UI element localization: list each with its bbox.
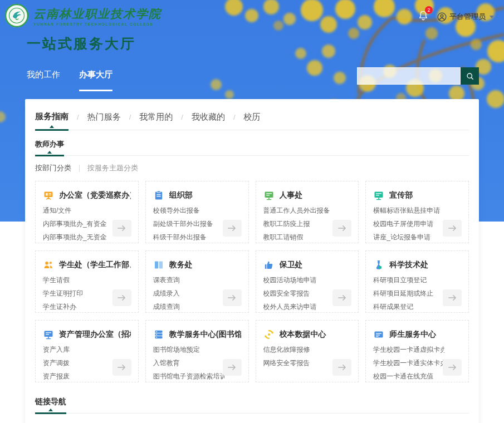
service-link[interactable]: 图书馆场地预定 <box>153 345 224 355</box>
service-link[interactable]: 图书馆电子资源检索培训 <box>153 372 224 381</box>
department-more-button[interactable] <box>443 220 462 237</box>
service-tab-2[interactable]: 我常用的 <box>139 112 173 130</box>
department-title: 学生处（学生工作部、... <box>59 260 131 270</box>
clipboard-icon <box>153 190 164 201</box>
department-title: 校本数据中心 <box>280 329 326 340</box>
service-link[interactable]: 学生请假 <box>43 276 114 285</box>
service-link[interactable]: 讲座_论坛报备申请 <box>373 233 444 242</box>
arrow-right-icon <box>118 294 126 301</box>
service-link[interactable]: 信息化故障报修 <box>263 345 335 355</box>
service-link[interactable]: 学生证补办 <box>43 302 114 312</box>
service-link[interactable]: 教职工请销假 <box>263 233 335 242</box>
service-link[interactable]: 课表查询 <box>153 276 224 285</box>
user-menu[interactable]: 平台管理员 <box>437 12 494 22</box>
department-card: 保卫处 校园活动场地申请校园安全零报告校外人员来访申请 <box>256 250 359 313</box>
department-title: 人事处 <box>280 190 303 200</box>
sync-icon <box>263 329 275 340</box>
flask-icon <box>373 259 384 270</box>
chevron-down-icon <box>490 16 494 18</box>
service-link[interactable]: 教职工防疫上报 <box>263 219 335 229</box>
service-link[interactable]: 校外人员来访申请 <box>263 302 335 312</box>
department-card-header: 学生处（学生工作部、... <box>43 259 131 270</box>
service-link[interactable]: 科研成果登记 <box>373 302 444 312</box>
service-link[interactable]: 学生校园一卡通实体卡办... <box>373 358 444 368</box>
service-link[interactable]: 入馆教育 <box>153 358 224 368</box>
service-link[interactable]: 科研项目立项登记 <box>373 276 444 285</box>
department-card-header: 科学技术处 <box>373 259 461 270</box>
tab-separator: / <box>233 113 236 129</box>
department-more-button[interactable] <box>443 289 462 306</box>
service-link[interactable]: 资产报废 <box>43 372 114 381</box>
department-more-button[interactable] <box>112 220 131 237</box>
department-card: 组织部 校领导外出报备副处级干部外出报备科级干部外出报备 <box>145 181 249 243</box>
school-logo-link[interactable]: 云南林业职业技术学院 YUNNAN FORESTRY TECHNOLOGICAL… <box>4 3 162 28</box>
service-link[interactable]: 学生校园一卡通虚拟卡办... <box>373 345 444 355</box>
service-link[interactable]: 普通工作人员外出报备 <box>263 206 335 215</box>
tab-teacher-services[interactable]: 教师办事 <box>35 139 64 156</box>
service-link[interactable]: 科研项目延期或终止 <box>373 289 444 298</box>
presentation-icon <box>43 190 54 201</box>
department-card-header: 宣传部 <box>373 190 461 201</box>
department-more-button[interactable] <box>112 359 131 376</box>
service-tabs: 服务指南/热门服务/我常用的/我收藏的/校历 <box>35 111 469 130</box>
service-link[interactable]: 资产入库 <box>43 345 114 355</box>
tab-separator: / <box>77 113 79 129</box>
service-link[interactable]: 校园活动场地申请 <box>263 276 335 285</box>
department-card-header: 人事处 <box>263 190 351 201</box>
notification-count-badge: 2 <box>425 6 433 14</box>
service-tab-4[interactable]: 校历 <box>244 112 261 130</box>
department-title: 教务处 <box>169 260 193 270</box>
top-right-actions: 2 平台管理员 <box>418 3 494 23</box>
service-link[interactable]: 成绩查询 <box>153 302 224 312</box>
department-more-button[interactable] <box>332 359 351 376</box>
tab-service-hall[interactable]: 办事大厅 <box>79 70 112 91</box>
filter-by-department[interactable]: 按部门分类 <box>35 163 71 173</box>
department-more-button[interactable] <box>443 359 462 376</box>
department-more-button[interactable] <box>223 359 242 376</box>
department-title: 宣传部 <box>389 190 413 200</box>
tab-separator: / <box>129 113 131 129</box>
department-more-button[interactable] <box>223 220 242 237</box>
notifications-button[interactable]: 2 <box>418 10 428 23</box>
department-card: 师生服务中心 学生校园一卡通虚拟卡办...学生校园一卡通实体卡办...校园一卡通… <box>365 320 469 382</box>
service-link[interactable]: 成绩录入 <box>153 289 224 298</box>
search-input[interactable] <box>357 67 461 85</box>
tab-my-work[interactable]: 我的工作 <box>27 70 60 91</box>
department-title: 组织部 <box>169 190 193 200</box>
arrow-right-icon <box>338 294 346 301</box>
department-more-button[interactable] <box>332 220 351 237</box>
department-more-button[interactable] <box>223 289 242 306</box>
department-title: 保卫处 <box>280 260 303 270</box>
department-card: 校本数据中心 信息化故障报修网络安全零报告 <box>256 320 359 382</box>
service-link[interactable]: 网络安全零报告 <box>263 358 335 368</box>
service-link[interactable]: 校领导外出报备 <box>153 206 224 215</box>
search-button[interactable] <box>461 67 479 85</box>
department-card: 人事处 普通工作人员外出报备教职工防疫上报教职工请销假 <box>256 181 359 243</box>
service-link[interactable]: 横幅标语张贴悬挂申请 <box>373 206 444 215</box>
service-link[interactable]: 科级干部外出报备 <box>153 233 224 242</box>
department-card: 办公室（党委巡察办） 通知/文件内部事项批办_有资金内部事项批办_无资金 <box>35 181 139 243</box>
department-more-button[interactable] <box>112 289 131 306</box>
service-link[interactable]: 资产调拨 <box>43 358 114 368</box>
arrow-right-icon <box>448 364 457 371</box>
service-link[interactable]: 通知/文件 <box>43 206 114 215</box>
service-link[interactable]: 内部事项批办_有资金 <box>43 219 114 229</box>
service-tab-1[interactable]: 热门服务 <box>87 112 121 130</box>
filter-row: 按部门分类 按服务主题分类 <box>35 163 469 173</box>
service-link[interactable]: 副处级干部外出报备 <box>153 219 224 229</box>
department-card: 学生处（学生工作部、... 学生请假学生证明打印学生证补办 <box>35 250 139 313</box>
user-avatar-icon <box>437 12 447 22</box>
service-link[interactable]: 校园一卡通在线充值 <box>373 372 444 381</box>
service-tab-0[interactable]: 服务指南 <box>35 111 68 131</box>
department-more-button[interactable] <box>332 289 351 306</box>
hand-icon <box>263 259 275 270</box>
hero-nav-row: 我的工作 办事大厅 <box>27 67 479 91</box>
service-link[interactable]: 学生证明打印 <box>43 289 114 298</box>
service-link[interactable]: 校园安全零报告 <box>263 289 335 298</box>
service-link[interactable]: 校园电子屏使用申请 <box>373 219 444 229</box>
page-title: 一站式服务大厅 <box>27 35 504 53</box>
filter-by-topic[interactable]: 按服务主题分类 <box>87 163 138 173</box>
service-link[interactable]: 内部事项批办_无资金 <box>43 233 114 242</box>
department-title: 科学技术处 <box>389 260 428 270</box>
service-tab-3[interactable]: 我收藏的 <box>192 112 225 130</box>
